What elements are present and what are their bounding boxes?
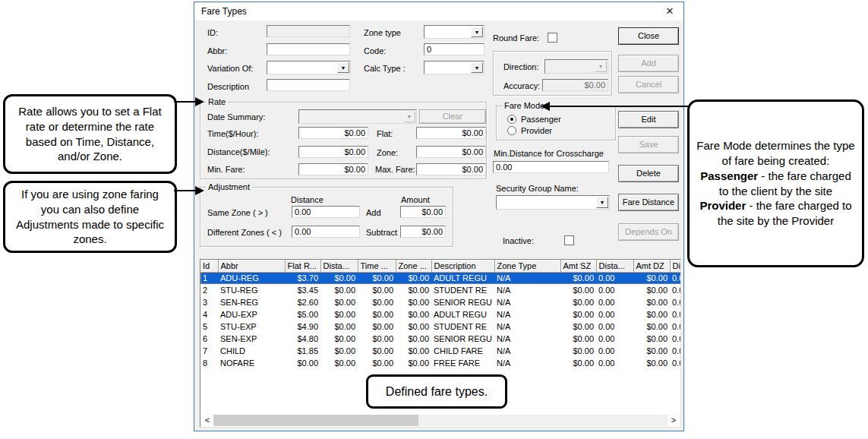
table-cell: $0.00 (633, 272, 670, 284)
column-header[interactable]: Zone Type (494, 260, 560, 272)
table-row[interactable]: 7CHILD$1.85$0.00$0.00$0.00CHILD FAREN/A$… (200, 345, 681, 357)
chevron-down-icon[interactable]: ▼ (596, 197, 608, 208)
defined-fare-types-callout: Defined fare types. (366, 374, 507, 409)
column-header[interactable]: Dista... (320, 260, 358, 272)
inactive-label: Inactive: (503, 236, 534, 245)
table-row[interactable]: 2STU-REG$3.45$0.00$0.00$0.00STUDENT REN/… (200, 284, 681, 296)
table-header-row[interactable]: IdAbbrFlat R...Dista...Time ...Zone ...D… (200, 260, 681, 272)
chevron-down-icon: ▼ (403, 111, 415, 122)
column-header[interactable]: Time ... (358, 260, 396, 272)
column-header[interactable]: Amt DZ (633, 260, 670, 272)
inactive-checkbox[interactable] (564, 235, 574, 245)
table-cell: $0.00 (320, 296, 358, 308)
adjustment-callout-arrow-icon (195, 186, 204, 195)
direction-groupbox: Direction: ▼ Accuracy: $0.00 (493, 51, 612, 96)
table-cell: $0.00 (396, 345, 431, 357)
table-row[interactable]: 3SEN-REG$2.60$0.00$0.00$0.00SENIOR REGUN… (200, 296, 681, 308)
column-header[interactable]: Abbr (218, 260, 285, 272)
chevron-down-icon[interactable]: ▼ (471, 62, 483, 73)
add-amount-field[interactable]: $0.00 (400, 206, 446, 218)
table-cell: $0.00 (633, 321, 670, 333)
table-cell: N/A (494, 333, 560, 345)
screenshot-stage: Fare Types ✕ ID: Abbr: Variation Of: ▼ D… (0, 0, 868, 439)
id-label: ID: (207, 28, 218, 37)
table-cell: 0.00 (670, 308, 681, 321)
column-header[interactable]: Dista... (596, 260, 633, 272)
rate-legend: Rate (206, 97, 228, 106)
variation-of-label: Variation Of: (207, 64, 253, 73)
round-fare-checkbox[interactable] (548, 33, 557, 43)
crosscharge-field[interactable]: 0.00 (493, 161, 609, 173)
table-cell: $0.00 (358, 284, 396, 296)
table-cell: 4 (200, 308, 218, 321)
flat-field[interactable]: $0.00 (416, 127, 486, 139)
table-cell: 3 (200, 296, 218, 308)
different-zones-field[interactable]: 0.00 (292, 226, 360, 238)
dialog-titlebar[interactable]: Fare Types ✕ (194, 2, 683, 21)
column-header[interactable]: Description (431, 260, 494, 272)
table-cell: $0.00 (396, 357, 431, 369)
table-cell: SEN-REG (218, 296, 285, 308)
table-cell: $3.45 (285, 284, 320, 296)
fare-distance-button[interactable]: Fare Distance (618, 194, 679, 211)
table-cell: $0.00 (560, 308, 596, 321)
table-row[interactable]: 6SEN-EXP$4.80$0.00$0.00$0.00SENIOR REGUN… (200, 333, 681, 345)
table-cell: $0.00 (320, 333, 358, 345)
calc-type-combobox[interactable]: ▼ (424, 61, 485, 74)
zone-type-combobox[interactable]: ▼ (424, 25, 485, 39)
time-field[interactable]: $0.00 (298, 127, 368, 139)
column-header[interactable]: Flat R... (285, 260, 320, 272)
table-row[interactable]: 4ADU-EXP$5.00$0.00$0.00$0.00ADULT REGUN/… (200, 308, 681, 321)
fare-mode-callout-text: Fare Mode determines the type of fare be… (696, 138, 856, 229)
table-cell: 0.00 (670, 284, 681, 296)
abbr-field[interactable] (267, 43, 350, 55)
same-zone-field[interactable]: 0.00 (292, 206, 360, 218)
table-row[interactable]: 5STU-EXP$4.90$0.00$0.00$0.00STUDENT REN/… (200, 321, 681, 333)
close-button[interactable]: Close (618, 27, 679, 45)
table-cell: N/A (494, 357, 560, 369)
security-group-combobox[interactable]: ▼ (496, 195, 610, 210)
table-cell: ADULT REGU (431, 272, 494, 284)
column-header[interactable]: Zone ... (396, 260, 431, 272)
min-fare-field[interactable]: $0.00 (298, 163, 368, 175)
date-summary-combobox: ▼ (298, 109, 417, 124)
delete-button[interactable]: Delete (618, 165, 679, 182)
table-cell: $0.00 (560, 333, 596, 345)
provider-radio[interactable] (507, 126, 516, 135)
code-field[interactable]: 0 (424, 43, 485, 55)
scroll-left-icon[interactable]: < (201, 415, 213, 426)
horizontal-scrollbar[interactable]: < > (201, 415, 680, 426)
provider-radio-label[interactable]: Provider (521, 126, 552, 135)
column-header[interactable]: Amt SZ (560, 260, 596, 272)
table-cell: N/A (494, 272, 560, 284)
chevron-down-icon[interactable]: ▼ (337, 62, 349, 73)
table-cell: 0.00 (596, 296, 633, 308)
scrollbar-thumb[interactable] (213, 415, 418, 426)
distance-field[interactable]: $0.00 (298, 146, 368, 158)
scroll-right-icon[interactable]: > (668, 415, 680, 426)
description-field[interactable] (267, 79, 350, 91)
table-cell: N/A (494, 296, 560, 308)
table-cell: N/A (494, 321, 560, 333)
table-row[interactable]: 8NOFARE$0.00$0.00$0.00$0.00FREE FAREN/A$… (200, 357, 681, 369)
variation-of-combobox[interactable]: ▼ (267, 61, 351, 74)
passenger-radio-label[interactable]: Passenger (521, 115, 561, 124)
cancel-button: Cancel (618, 76, 679, 93)
column-header[interactable]: Id (200, 260, 218, 272)
chevron-down-icon[interactable]: ▼ (471, 27, 483, 37)
passenger-radio[interactable] (507, 115, 516, 124)
table-row[interactable]: 1ADU-REG$3.70$0.00$0.00$0.00ADULT REGUN/… (200, 272, 681, 284)
distance-column-header: Distance (291, 195, 324, 204)
subtract-amount-field[interactable]: $0.00 (400, 226, 446, 238)
table-cell: 5 (200, 321, 218, 333)
zone-field[interactable]: $0.00 (416, 146, 486, 158)
fare-table-body: 1ADU-REG$3.70$0.00$0.00$0.00ADULT REGUN/… (200, 272, 681, 369)
add-label: Add (366, 208, 381, 217)
column-header[interactable]: Dista... (670, 260, 681, 272)
table-cell: $0.00 (320, 321, 358, 333)
table-cell: 0.00 (670, 296, 681, 308)
max-fare-field[interactable]: $0.00 (416, 163, 486, 175)
close-icon[interactable]: ✕ (664, 5, 676, 17)
id-field (267, 25, 350, 37)
edit-button[interactable]: Edit (618, 111, 679, 128)
